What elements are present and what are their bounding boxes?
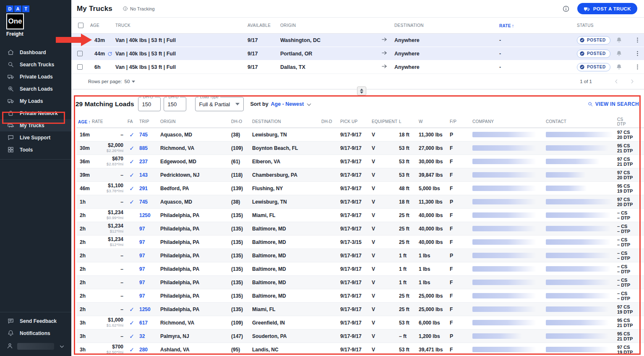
sort-by-value[interactable]: Age - Newest [271,101,304,107]
sidebar-item-tools[interactable]: Tools [0,144,71,156]
truck-row[interactable]: 44mVan | 40k lbs | 53 ft | Full9/17Portl… [71,47,644,60]
column-header-truck[interactable]: TRUCK [113,23,245,28]
rows-per-page-value[interactable]: 50 [125,79,130,84]
load-row[interactable]: 2h–✓1250Philadelphia, PA(135)Miami, FL9/… [76,303,644,316]
column-header-fa[interactable]: FA [126,119,138,124]
trip-link[interactable]: 745 [139,132,148,138]
load-row[interactable]: 2h–97Philadelphia, PA(135)Baltimore, MD9… [76,262,644,276]
column-header-contact[interactable]: CONTACT [544,119,615,124]
alarm-bell-cell[interactable] [611,37,625,44]
rows-per-page-caret-icon[interactable] [132,81,135,83]
trip-link[interactable]: 885 [139,145,148,151]
row-checkbox[interactable] [77,37,83,43]
trip-link[interactable]: 97 [139,253,145,259]
column-header-rate[interactable]: RATE [90,119,126,124]
column-header-age[interactable]: AGE [88,23,113,28]
load-row[interactable]: 3h$1,000$1.62*/mi✓617Richmond, VA(109)Gr… [76,316,644,330]
column-header-available[interactable]: AVAILABLE [245,23,278,28]
sidebar-item-my-loads[interactable]: My Loads [0,95,71,107]
sidebar-item-live-support[interactable]: Live Support [0,131,71,144]
trip-link[interactable]: 1250 [139,212,151,218]
view-in-search-link[interactable]: VIEW IN SEARCH [587,101,639,107]
truck-row[interactable]: 6hVan | 45k lbs | 53 ft | Full9/17Dallas… [71,60,644,74]
chevron-left-icon[interactable] [613,78,620,85]
column-header-dh-d[interactable]: DH-D [320,119,339,124]
truck-row[interactable]: 43mVan | 40k lbs | 53 ft | Full9/17Washi… [71,34,644,47]
load-row[interactable]: 46m$1,100$3.78*/mi✓291Bedford, PA(139)Fl… [76,182,644,195]
status-badge[interactable]: POSTED [577,63,610,71]
column-header-destination[interactable]: DESTINATION [250,119,320,124]
column-header-destination[interactable]: DESTINATION [392,23,497,28]
trip-link[interactable]: 143 [139,172,148,178]
sidebar-item-my-trucks[interactable]: My Trucks [0,119,71,131]
row-menu-kebab[interactable] [630,63,643,71]
alarm-bell-cell[interactable] [611,50,625,57]
trip-link[interactable]: 97 [139,280,145,285]
column-header-rate[interactable]: RATE↑ [497,23,575,28]
status-badge[interactable]: POSTED [577,36,610,44]
sidebar-item-dashboard[interactable]: Dashboard [0,46,71,58]
trip-link[interactable]: 32 [139,333,145,339]
column-header-l[interactable]: L [397,119,417,124]
column-header-origin[interactable]: ORIGIN [278,23,379,28]
trip-link[interactable]: 97 [139,226,145,232]
column-header-dh-o[interactable]: DH-O [229,119,250,124]
trip-link[interactable]: 745 [139,199,148,205]
trip-link[interactable]: 1250 [139,306,151,312]
chevron-down-icon[interactable] [307,102,311,106]
column-header-cs-dtp[interactable]: CSDTP [615,117,641,126]
select-all-checkbox[interactable] [78,23,83,28]
trip-link[interactable]: 97 [139,266,145,272]
column-header-age[interactable]: AGE↑ [76,119,90,124]
dh-destination-field[interactable]: DH-D 150 [164,97,186,111]
load-type-select[interactable]: Load Type Full & Partial [195,97,244,111]
panel-resize-handle[interactable] [357,86,366,95]
trip-link[interactable]: 97 [139,239,145,245]
column-header-trip[interactable]: TRIP [138,119,159,124]
load-row[interactable]: 36m$670$2.83*/mi✓237Edgewood, MD(61)Elbe… [76,155,644,168]
column-header-f-p[interactable]: F/P [448,119,471,124]
chevron-right-icon[interactable] [629,78,636,85]
load-row[interactable]: 39m–✓143Pedricktown, NJ(118)Chambersburg… [76,168,644,182]
row-checkbox[interactable] [77,64,83,70]
trip-link[interactable]: 237 [139,159,148,165]
sidebar-item-notifications[interactable]: Notifications [0,327,71,339]
alarm-bell-cell[interactable] [611,63,625,71]
trip-link[interactable]: 280 [139,347,148,353]
column-header-origin[interactable]: ORIGIN [159,119,229,124]
dh-origin-field[interactable]: DH-O 150 [138,97,161,111]
load-row[interactable]: 2h$1,234$0.99*/mi1250Philadelphia, PA(13… [76,209,644,222]
column-header-equipment[interactable]: EQUIPMENT [370,119,397,124]
load-row[interactable]: 16m–✓745Aquasco, MD(38)Lewisburg, TN9/17… [76,128,644,141]
sidebar-item-search-trucks[interactable]: Search Trucks [0,58,71,71]
load-row[interactable]: 2h$1,234$12*/mi97Philadelphia, PA(135)Ba… [76,236,644,249]
trip-link[interactable]: 617 [139,320,148,326]
info-icon[interactable] [562,5,570,13]
load-row[interactable]: 2h–97Philadelphia, PA(135)Baltimore, MD9… [76,289,644,303]
column-header-pick-up[interactable]: PICK UP [339,119,370,124]
status-badge[interactable]: POSTED [577,50,610,58]
row-menu-kebab[interactable] [630,37,643,44]
row-checkbox[interactable] [77,51,83,56]
sidebar-item-send-feedback[interactable]: Send Feedback [0,315,71,327]
load-row[interactable]: 2h–97Philadelphia, PA(135)Baltimore, MD9… [76,249,644,262]
load-equipment: V [370,306,397,312]
load-row[interactable]: 3h$700$2.50*/mi✓280Ashland, VA(95)Landis… [76,343,644,356]
load-row[interactable]: 3h–✓32Palmyra, NJ(147)Souderton, PA9/17-… [76,330,644,343]
post-a-truck-button[interactable]: POST A TRUCK [577,3,637,14]
sidebar-item-search-loads[interactable]: Search Loads [0,83,71,95]
load-row[interactable]: 2h$1,234$12*/mi97Philadelphia, PA(135)Ba… [76,222,644,236]
column-header-status[interactable]: STATUS [575,23,611,28]
load-cs: 95 CS [617,318,641,323]
row-menu-kebab[interactable] [630,50,643,57]
column-header-company[interactable]: COMPANY [471,119,544,124]
sidebar-item-private-network[interactable]: Private Network [0,107,71,119]
trip-link[interactable]: 291 [139,186,148,191]
column-header-w[interactable]: W [417,119,448,124]
load-row[interactable]: 2h–97Philadelphia, PA(135)Baltimore, MD9… [76,276,644,289]
trip-link[interactable]: 97 [139,293,145,299]
load-row[interactable]: 30m$2,000$2.26*/mi✓885Richmond, VA(109)B… [76,141,644,155]
load-row[interactable]: 1h–✓745Aquasco, MD(38)Lewisburg, TN9/17-… [76,195,644,209]
user-account-menu[interactable] [0,339,71,353]
sidebar-item-private-loads[interactable]: Private Loads [0,71,71,83]
